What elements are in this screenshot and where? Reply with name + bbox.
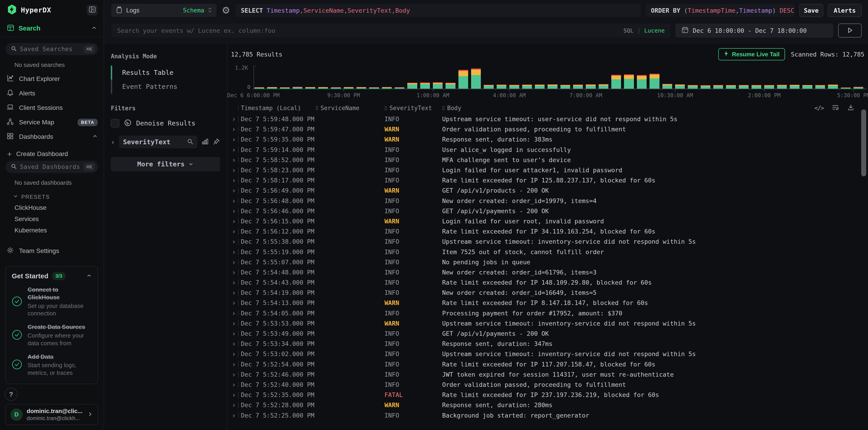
expand-row-icon[interactable]: ›	[231, 309, 236, 317]
expand-row-icon[interactable]: ›	[231, 207, 236, 215]
expand-row-icon[interactable]: ›	[231, 350, 236, 358]
histogram-bar[interactable]	[548, 84, 557, 89]
source-selector[interactable]: Logs Schema	[111, 4, 216, 17]
col-severitytext[interactable]: SeverityText	[390, 105, 432, 111]
histogram-bar[interactable]	[420, 82, 430, 89]
histogram-bar[interactable]	[828, 85, 838, 89]
drag-handle-icon[interactable]	[442, 106, 445, 110]
table-row[interactable]: › Dec 7 5:53:53.000 PM WARN Upstream ser…	[231, 318, 868, 329]
histogram-bar[interactable]	[560, 85, 570, 89]
download-icon[interactable]	[847, 104, 855, 112]
histogram-bar[interactable]	[726, 85, 736, 89]
table-row[interactable]: › Dec 7 5:53:49.000 PM INFO GET /api/v1/…	[231, 329, 868, 339]
get-started-step[interactable]: Add Data Start sending logs, metrics, or…	[12, 353, 92, 377]
histogram-bars[interactable]	[254, 67, 866, 89]
histogram-bar[interactable]	[331, 87, 341, 89]
expand-row-icon[interactable]: ›	[231, 340, 236, 348]
expand-row-icon[interactable]: ›	[231, 258, 236, 266]
table-row[interactable]: › Dec 7 5:59:47.000 PM WARN Order valida…	[231, 124, 868, 134]
histogram-bar[interactable]	[586, 84, 595, 89]
get-started-step[interactable]: Connect to ClickHouse Set up your databa…	[12, 286, 92, 318]
histogram-bar[interactable]	[854, 87, 863, 89]
sidebar-item-dashboards[interactable]: Dashboards	[0, 130, 103, 144]
mode-sql-toggle[interactable]: SQL	[623, 27, 633, 34]
histogram-bar[interactable]	[624, 74, 634, 89]
source-settings-button[interactable]: ⚙	[221, 6, 231, 15]
table-row[interactable]: › Dec 7 5:54:48.000 PM INFO New order cr…	[231, 267, 868, 277]
histogram-bar[interactable]	[841, 88, 850, 89]
expand-row-icon[interactable]: ›	[231, 125, 236, 133]
histogram-bar[interactable]	[790, 85, 800, 89]
preset-kubernetes[interactable]: Kubernetes	[0, 225, 103, 236]
expand-row-icon[interactable]: ›	[231, 411, 236, 419]
histogram-bar[interactable]	[318, 87, 328, 89]
histogram-bar[interactable]	[713, 85, 723, 89]
saved-searches-field[interactable]	[20, 46, 81, 53]
expand-row-icon[interactable]: ›	[231, 248, 236, 256]
histogram-bar[interactable]	[344, 87, 353, 89]
table-row[interactable]: › Dec 7 5:59:14.000 PM INFO User alice_w…	[231, 145, 868, 155]
histogram-bar[interactable]	[522, 85, 532, 89]
chevron-up-icon[interactable]	[92, 133, 98, 140]
histogram-bar[interactable]	[369, 87, 379, 89]
histogram-bar[interactable]	[662, 84, 672, 89]
vertical-scrollbar[interactable]	[861, 109, 866, 176]
create-dashboard-button[interactable]: + Create Dashboard	[0, 147, 103, 161]
table-row[interactable]: › Dec 7 5:58:52.000 PM INFO MFA challeng…	[231, 155, 868, 165]
table-row[interactable]: › Dec 7 5:59:48.000 PM INFO Upstream ser…	[231, 114, 868, 124]
expand-row-icon[interactable]: ›	[231, 115, 236, 123]
histogram-bar[interactable]	[573, 85, 583, 89]
table-row[interactable]: › Dec 7 5:56:49.000 PM WARN GET /api/v1/…	[231, 186, 868, 196]
expand-row-icon[interactable]: ›	[231, 289, 236, 297]
table-row[interactable]: › Dec 7 5:56:15.000 PM WARN Login failed…	[231, 216, 868, 226]
table-row[interactable]: › Dec 7 5:55:38.000 PM INFO Upstream ser…	[231, 236, 868, 246]
histogram-bar[interactable]	[701, 85, 710, 89]
table-row[interactable]: › Dec 7 5:55:19.000 PM INFO Item 7525 ou…	[231, 246, 868, 257]
histogram-bar[interactable]	[599, 84, 608, 89]
expand-row-icon[interactable]: ›	[231, 217, 236, 225]
histogram-bar[interactable]	[509, 85, 519, 89]
table-row[interactable]: › Dec 7 5:58:17.000 PM INFO Rate limit e…	[231, 175, 868, 186]
help-button[interactable]: ?	[4, 388, 18, 401]
histogram-bar[interactable]	[433, 82, 443, 89]
histogram-bar[interactable]	[739, 85, 749, 89]
histogram-bar[interactable]	[764, 85, 774, 89]
saved-searches-input[interactable]: ⌘K	[5, 43, 98, 55]
expand-row-icon[interactable]: ›	[231, 299, 236, 307]
presets-toggle[interactable]: PRESETS	[0, 192, 103, 202]
expand-row-icon[interactable]: ›	[231, 381, 236, 389]
expand-row-icon[interactable]: ›	[231, 278, 236, 287]
expand-row-icon[interactable]: ›	[231, 330, 236, 337]
severity-filter-search[interactable]: SeverityText	[119, 136, 197, 148]
col-body[interactable]: Body	[447, 105, 461, 111]
table-row[interactable]: › Dec 7 5:54:19.000 PM INFO New order cr…	[231, 288, 868, 298]
col-timestamp[interactable]: Timestamp (Local)	[241, 105, 301, 111]
table-row[interactable]: › Dec 7 5:53:02.000 PM INFO Upstream ser…	[231, 349, 868, 359]
histogram-bar[interactable]	[802, 85, 812, 89]
mode-lucene-toggle[interactable]: Lucene	[644, 27, 665, 34]
table-row[interactable]: › Dec 7 5:56:12.000 PM INFO Rate limit e…	[231, 226, 868, 236]
get-started-step[interactable]: Create Data Sources Configure where your…	[12, 323, 92, 347]
run-query-button[interactable]	[838, 24, 862, 37]
histogram-bar[interactable]	[535, 85, 545, 89]
saved-dashboards-field[interactable]	[20, 163, 81, 170]
table-row[interactable]: › Dec 7 5:54:05.000 PM INFO Processing p…	[231, 308, 868, 318]
expand-row-icon[interactable]: ›	[231, 156, 236, 164]
drag-handle-icon[interactable]	[315, 106, 318, 110]
table-row[interactable]: › Dec 7 5:52:28.000 PM WARN Response sen…	[231, 400, 868, 410]
mode-results-table[interactable]: Results Table	[111, 66, 220, 79]
date-range-picker[interactable]: Dec 6 18:00:00 - Dec 7 18:00:00	[676, 24, 833, 37]
histogram-bar[interactable]	[356, 87, 366, 89]
expand-row-icon[interactable]: ›	[231, 238, 236, 245]
table-row[interactable]: › Dec 7 5:55:07.000 PM INFO No pending j…	[231, 257, 868, 267]
table-row[interactable]: › Dec 7 5:56:46.000 PM INFO GET /api/v1/…	[231, 206, 868, 216]
histogram-bar[interactable]	[688, 85, 698, 89]
expand-row-icon[interactable]: ›	[231, 197, 236, 205]
table-row[interactable]: › Dec 7 5:52:35.000 PM FATAL Rate limit …	[231, 390, 868, 400]
expand-row-icon[interactable]: ›	[231, 401, 236, 409]
drag-handle-icon[interactable]	[384, 106, 387, 110]
wrap-lines-icon[interactable]	[832, 104, 839, 112]
histogram-bar[interactable]	[293, 87, 302, 89]
expand-row-icon[interactable]: ›	[231, 268, 236, 276]
histogram-bar[interactable]	[484, 85, 494, 89]
